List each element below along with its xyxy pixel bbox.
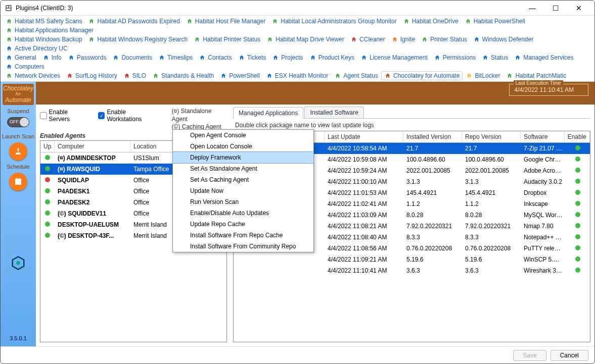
package-row[interactable]: 4/4/2022 11:09:21 AM5.19.65.19.6WinSCP 5…	[234, 254, 590, 265]
context-menu-item[interactable]: Enable/Disable Auto Updates	[173, 207, 313, 219]
package-row[interactable]: 4/4/2022 11:10:41 AM3.6.33.6.3Wireshark …	[234, 265, 590, 276]
toolbar-item-label: Timeslips	[167, 54, 193, 61]
toolbar-item-icon	[266, 72, 273, 79]
status-dot	[575, 268, 580, 273]
context-menu-item[interactable]: Update Now	[173, 185, 313, 196]
agent-location: Merrit Island	[130, 232, 177, 239]
toolbar-item[interactable]: Documents	[109, 53, 155, 62]
toolbar-item[interactable]: ESX Health Monitor	[263, 71, 331, 80]
status-dot	[575, 223, 580, 228]
toolbar-item-icon	[384, 72, 391, 79]
toolbar-item[interactable]: Timeslips	[155, 53, 196, 62]
col-enable[interactable]: Enable	[565, 131, 590, 142]
context-menu-item[interactable]: Run Version Scan	[173, 196, 313, 207]
toolbar-item[interactable]: SurfLog History	[63, 71, 120, 80]
toolbar-item[interactable]: Habitat Host File Manager	[183, 17, 268, 26]
package-last-update: 4/4/2022 11:10:41 AM	[325, 267, 403, 274]
toolbar-item[interactable]: Habitat AD Passwords Expired	[85, 17, 182, 26]
toolbar-item[interactable]: BitLocker	[463, 71, 503, 80]
toolbar-item[interactable]: Managed Services	[511, 53, 576, 62]
toolbar-item[interactable]: Tickets	[235, 53, 269, 62]
context-menu: Open Agent ConsoleOpen Locaton ConsoleDe…	[172, 129, 314, 252]
toolbar-item-label: SILO	[132, 72, 146, 79]
toolbar-item[interactable]: Habitat MS Safety Scans	[3, 17, 85, 26]
toolbar-item[interactable]: Habitat Printer Status	[191, 35, 263, 44]
context-menu-item[interactable]: Install Software From Repo Cache	[173, 230, 313, 241]
context-menu-item[interactable]: Open Agent Console	[173, 130, 313, 141]
toolbar-item[interactable]: Info	[39, 53, 65, 62]
toolbar-item-label: Chocolatey for Automate	[393, 72, 460, 79]
col-repo-version[interactable]: Repo Version	[462, 131, 521, 142]
col-location[interactable]: Location	[130, 141, 177, 152]
toolbar-item[interactable]: Contacts	[196, 53, 235, 62]
col-installed-version[interactable]: Installed Version	[403, 131, 462, 142]
toolbar-item[interactable]: Chocolatey for Automate	[381, 71, 463, 80]
toolbar-item[interactable]: Habitat OneDrive	[400, 17, 462, 26]
maximize-button[interactable]: ☐	[544, 1, 567, 16]
context-menu-item[interactable]: Update Repo Cache	[173, 219, 313, 230]
schedule-button[interactable]	[9, 173, 27, 191]
toolbar-item[interactable]: Ignite	[388, 35, 418, 44]
toolbar-item[interactable]: Agent Status	[331, 71, 381, 80]
col-software[interactable]: Software	[521, 131, 565, 142]
last-execution-box: Last Execution Time 4/4/2022 11:10:41 AM	[509, 84, 588, 96]
toolbar-item[interactable]: Habitat PowerShell	[462, 17, 528, 26]
context-menu-item[interactable]: Deploy Framework	[173, 152, 313, 163]
toolbar-item[interactable]: SILO	[120, 71, 149, 80]
package-installed-version: 5.19.6	[403, 256, 462, 263]
tab[interactable]: Installed Software	[304, 107, 363, 118]
toolbar-item[interactable]: Active Directory UC	[3, 44, 71, 53]
context-menu-item[interactable]: Set As Standalone Agent	[173, 163, 313, 174]
agent-location: Tampa Office	[130, 166, 177, 173]
toolbar-item-label: Computers	[15, 63, 44, 70]
context-menu-item[interactable]: Set As Caching Agent	[173, 174, 313, 185]
toolbar-item[interactable]: Windows Defender	[470, 35, 536, 44]
minimize-button[interactable]: —	[521, 1, 544, 16]
tab[interactable]: Managed Applications	[233, 107, 303, 119]
toolbar-item-label: Network Devices	[15, 72, 60, 79]
save-button[interactable]: Save	[513, 350, 546, 361]
col-last-update[interactable]: Last Update	[325, 131, 403, 142]
toolbar-item[interactable]: Printer Status	[418, 35, 470, 44]
toolbar-item[interactable]: PowerShell	[217, 71, 263, 80]
agent-location: US1Slum	[130, 154, 177, 162]
launch-scan-button[interactable]	[9, 142, 27, 161]
toolbar-item[interactable]: Network Devices	[3, 71, 63, 80]
toolbar: Habitat MS Safety ScansHabitat AD Passwo…	[1, 16, 594, 82]
context-menu-item[interactable]: Open Locaton Console	[173, 141, 313, 152]
toolbar-item[interactable]: License Management	[357, 53, 431, 62]
toolbar-item[interactable]: Projects	[269, 53, 306, 62]
toolbar-item[interactable]: General	[3, 53, 39, 62]
toolbar-item-icon	[6, 18, 13, 25]
toolbar-item[interactable]: Permissions	[431, 53, 479, 62]
toolbar-item-label: Habitat PatchMatic	[515, 72, 566, 79]
package-software: Google Chrome	[521, 156, 566, 163]
toolbar-item[interactable]: Habitat Map Drive Viewer	[263, 35, 347, 44]
toolbar-item[interactable]: Product Keys	[306, 53, 357, 62]
toolbar-item[interactable]: Habitat Windows Registry Search	[85, 35, 191, 44]
suspend-toggle[interactable]: OFF	[7, 117, 29, 127]
col-computer[interactable]: Computer	[55, 141, 130, 152]
toolbar-item[interactable]: Habitat PatchMatic	[503, 71, 569, 80]
col-up[interactable]: Up	[40, 141, 55, 152]
toolbar-item-icon	[158, 54, 165, 61]
toolbar-item[interactable]: Standards & Health	[149, 71, 217, 80]
toolbar-item-label: Habitat Applications Manager	[15, 27, 94, 34]
context-menu-item[interactable]: Install Software From Community Repo	[173, 241, 313, 252]
toolbar-item-icon	[514, 54, 521, 61]
toolbar-item[interactable]: Status	[479, 53, 511, 62]
toolbar-item[interactable]: Habitat Applications Manager	[3, 26, 97, 35]
toolbar-item[interactable]: Passwords	[65, 53, 110, 62]
toolbar-item-label: General	[15, 54, 36, 61]
package-software: 7-Zip 21.07 (x64)	[521, 145, 566, 152]
enable-workstations-checkbox[interactable]: ✓ Enable Workstations	[98, 109, 161, 123]
close-button[interactable]: ✕	[567, 1, 590, 16]
toolbar-item[interactable]: CCleaner	[347, 35, 388, 44]
toolbar-item[interactable]: Habitat Windows Backup	[3, 35, 85, 44]
toolbar-item-label: Habitat Map Drive Viewer	[276, 36, 344, 43]
toolbar-item[interactable]: Habitat Local Administrators Group Monit…	[268, 17, 399, 26]
schedule-label: Schedule	[7, 164, 30, 170]
toolbar-item[interactable]: Computers	[3, 62, 48, 71]
cancel-button[interactable]: Cancel	[551, 350, 588, 361]
enable-servers-checkbox[interactable]: Enable Servers	[40, 109, 89, 123]
